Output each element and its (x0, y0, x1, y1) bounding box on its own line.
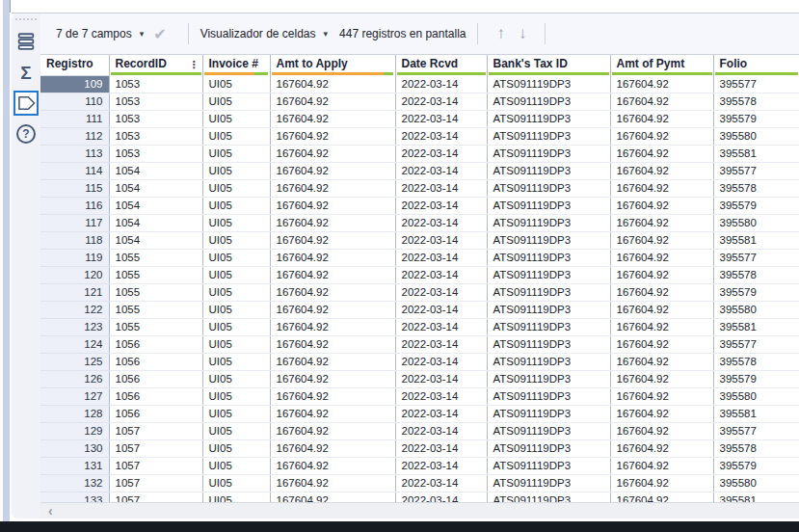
cell-recordid[interactable]: 1056 (109, 406, 202, 423)
cell-banks_tax_id[interactable]: ATS091119DP3 (487, 302, 610, 319)
cell-banks_tax_id[interactable]: ATS091119DP3 (487, 93, 610, 111)
cell-invoice[interactable]: UI05 (202, 302, 270, 319)
cell-date_rcvd[interactable]: 2022-03-14 (395, 93, 487, 111)
cell-amt_to_apply[interactable]: 167604.92 (270, 76, 395, 93)
cell-folio[interactable]: 395580 (713, 388, 799, 406)
cell-date_rcvd[interactable]: 2022-03-14 (395, 215, 487, 232)
cell-banks_tax_id[interactable]: ATS091119DP3 (487, 198, 610, 215)
cell-amt_to_apply[interactable]: 167604.92 (270, 93, 395, 111)
cell-recordid[interactable]: 1053 (109, 93, 202, 111)
cell-recordid[interactable]: 1055 (109, 302, 202, 319)
cell-amt_of_pymt[interactable]: 167604.92 (610, 302, 713, 319)
cell-amt_of_pymt[interactable]: 167604.92 (610, 180, 713, 198)
column-header-banks_tax_id[interactable]: Bank's Tax ID (487, 55, 610, 76)
cell-invoice[interactable]: UI05 (202, 319, 270, 336)
cell-date_rcvd[interactable]: 2022-03-14 (395, 440, 487, 458)
cell-amt_of_pymt[interactable]: 167604.92 (610, 440, 713, 458)
cell-folio[interactable]: 395581 (713, 232, 799, 250)
cell-folio[interactable]: 395580 (713, 475, 799, 492)
cell-banks_tax_id[interactable]: ATS091119DP3 (487, 440, 610, 458)
column-menu-icon[interactable]: ⋮ (189, 59, 200, 71)
cell-amt_of_pymt[interactable]: 167604.92 (610, 250, 713, 267)
cell-amt_of_pymt[interactable]: 167604.92 (610, 198, 713, 215)
cell-amt_to_apply[interactable]: 167604.92 (270, 250, 395, 267)
cell-banks_tax_id[interactable]: ATS091119DP3 (487, 336, 610, 354)
fields-dropdown[interactable]: 7 de 7 campos ▾ (56, 27, 144, 40)
row-number-cell[interactable]: 124 (40, 336, 109, 354)
cell-banks_tax_id[interactable]: ATS091119DP3 (487, 76, 610, 93)
cell-folio[interactable]: 395579 (713, 111, 799, 128)
cell-folio[interactable]: 395577 (713, 336, 799, 354)
cell-amt_of_pymt[interactable]: 167604.92 (610, 163, 713, 180)
cell-recordid[interactable]: 1057 (109, 440, 202, 458)
sidebar-item-table-rows-view[interactable] (13, 29, 39, 54)
column-header-date_rcvd[interactable]: Date Rcvd (395, 55, 487, 76)
cell-amt_of_pymt[interactable]: 167604.92 (610, 76, 713, 93)
cell-banks_tax_id[interactable]: ATS091119DP3 (487, 458, 610, 475)
cell-recordid[interactable]: 1055 (109, 267, 202, 284)
cell-folio[interactable]: 395578 (713, 93, 799, 111)
cell-folio[interactable]: 395577 (713, 163, 799, 180)
cell-folio[interactable]: 395578 (713, 354, 799, 371)
cell-banks_tax_id[interactable]: ATS091119DP3 (487, 388, 610, 406)
cell-date_rcvd[interactable]: 2022-03-14 (395, 267, 487, 284)
scroll-up-button[interactable]: ↑ (496, 24, 505, 43)
cell-recordid[interactable]: 1053 (109, 128, 202, 146)
column-header-invoice[interactable]: Invoice # (202, 55, 270, 76)
cell-recordid[interactable]: 1056 (109, 336, 202, 354)
cell-viewer-dropdown[interactable]: Visualizador de celdas ▾ (200, 27, 328, 40)
cell-invoice[interactable]: UI05 (202, 267, 270, 284)
cell-invoice[interactable]: UI05 (202, 336, 270, 354)
cell-amt_of_pymt[interactable]: 167604.92 (610, 93, 713, 111)
cell-amt_to_apply[interactable]: 167604.92 (270, 440, 395, 458)
cell-invoice[interactable]: UI05 (202, 111, 270, 128)
cell-date_rcvd[interactable]: 2022-03-14 (395, 232, 487, 250)
cell-amt_of_pymt[interactable]: 167604.92 (610, 146, 713, 163)
cell-recordid[interactable]: 1055 (109, 284, 202, 302)
cell-amt_of_pymt[interactable]: 167604.92 (610, 475, 713, 492)
cell-banks_tax_id[interactable]: ATS091119DP3 (487, 128, 610, 146)
row-number-cell[interactable]: 130 (40, 440, 109, 458)
cell-folio[interactable]: 395577 (713, 76, 799, 93)
sidebar-item-profile-sigma-view[interactable]: Σ (13, 60, 39, 85)
cell-banks_tax_id[interactable]: ATS091119DP3 (487, 423, 610, 440)
cell-banks_tax_id[interactable]: ATS091119DP3 (487, 163, 610, 180)
cell-amt_of_pymt[interactable]: 167604.92 (610, 388, 713, 406)
cell-amt_to_apply[interactable]: 167604.92 (270, 284, 395, 302)
cell-amt_of_pymt[interactable]: 167604.92 (610, 423, 713, 440)
row-number-cell[interactable]: 114 (40, 163, 109, 180)
row-number-cell[interactable]: 120 (40, 267, 109, 284)
cell-date_rcvd[interactable]: 2022-03-14 (395, 146, 487, 163)
cell-folio[interactable]: 395581 (713, 319, 799, 336)
cell-recordid[interactable]: 1054 (109, 163, 202, 180)
scroll-left-arrow-icon[interactable]: ‹ (48, 504, 53, 518)
cell-invoice[interactable]: UI05 (202, 198, 270, 215)
cell-amt_of_pymt[interactable]: 167604.92 (610, 354, 713, 371)
cell-invoice[interactable]: UI05 (202, 458, 270, 475)
row-number-cell[interactable]: 125 (40, 354, 109, 371)
column-header-folio[interactable]: Folio (713, 55, 799, 76)
cell-recordid[interactable]: 1054 (109, 232, 202, 250)
cell-amt_to_apply[interactable]: 167604.92 (270, 146, 395, 163)
cell-invoice[interactable]: UI05 (202, 128, 270, 146)
row-number-cell[interactable]: 127 (40, 388, 109, 406)
row-number-cell[interactable]: 117 (40, 215, 109, 232)
cell-recordid[interactable]: 1053 (109, 111, 202, 128)
cell-folio[interactable]: 395581 (713, 146, 799, 163)
cell-amt_of_pymt[interactable]: 167604.92 (610, 458, 713, 475)
cell-invoice[interactable]: UI05 (202, 475, 270, 492)
cell-recordid[interactable]: 1054 (109, 215, 202, 232)
cell-amt_to_apply[interactable]: 167604.92 (270, 406, 395, 423)
row-number-cell[interactable]: 112 (40, 128, 109, 146)
cell-invoice[interactable]: UI05 (202, 284, 270, 302)
cell-amt_of_pymt[interactable]: 167604.92 (610, 336, 713, 354)
cell-banks_tax_id[interactable]: ATS091119DP3 (487, 284, 610, 302)
cell-amt_to_apply[interactable]: 167604.92 (270, 371, 395, 388)
cell-recordid[interactable]: 1056 (109, 354, 202, 371)
cell-invoice[interactable]: UI05 (202, 93, 270, 111)
cell-banks_tax_id[interactable]: ATS091119DP3 (487, 232, 610, 250)
cell-banks_tax_id[interactable]: ATS091119DP3 (487, 180, 610, 198)
cell-recordid[interactable]: 1057 (109, 423, 202, 440)
cell-banks_tax_id[interactable]: ATS091119DP3 (487, 215, 610, 232)
cell-date_rcvd[interactable]: 2022-03-14 (395, 198, 487, 215)
